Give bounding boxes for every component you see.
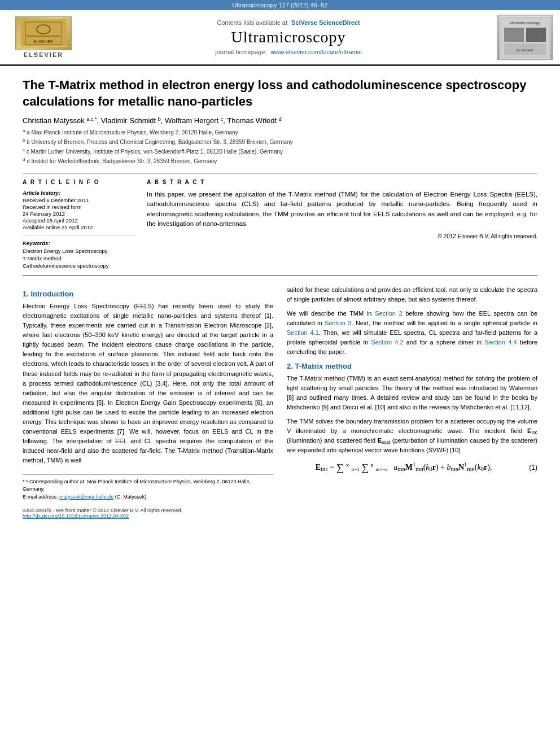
footnote-section: * * Corresponding author at: Max Planck … <box>23 474 273 501</box>
footnote-star: * * Corresponding author at: Max Planck … <box>23 478 273 493</box>
doi-line: http://dx.doi.org/10.1016/j.ultramic.201… <box>23 513 273 519</box>
journal-name: Ultramicroscopy <box>91 28 485 46</box>
section1-heading: 1. Introduction <box>23 290 273 298</box>
keyword-2: T-Matrix method <box>23 255 135 261</box>
section1-para2: We will describe the TMM in Section 2 be… <box>287 309 537 357</box>
contents-label: Contents lists available at <box>217 19 287 26</box>
affiliations: a a Max Planck Institute of Microstructu… <box>23 128 537 166</box>
keyword-3: Cathodoluminescence spectroscopy <box>23 263 135 269</box>
info-abstract-section: A R T I C L E I N F O Article history: R… <box>23 179 537 270</box>
email-suffix: (C. Matyssek). <box>115 494 148 500</box>
author-wriedt: Thomas Wriedt d <box>227 116 282 125</box>
footnote-star-symbol: * <box>23 479 25 484</box>
affil-b: b b University of Bremen, Process and Ch… <box>23 138 537 147</box>
homepage-line: journal homepage: www.elsevier.com/locat… <box>91 49 485 55</box>
footnote-email: E-mail address: matyssek@mpi-halle.de (C… <box>23 493 273 501</box>
footnote-corresponding: * Corresponding author at: Max Planck In… <box>23 479 251 492</box>
abstract-text: In this paper, we present the applicatio… <box>147 190 537 229</box>
email-link[interactable]: matyssek@mpi-halle.de <box>59 494 113 500</box>
journal-thumbnail: ultramicroscopy ELSEVIER <box>497 15 553 60</box>
equation-1: Einc = ∑ ∞ n=1 ∑ n m=−n amnM1mn(k0r) + b… <box>287 462 537 474</box>
issn-line: 0304-3991/$ - see front matter © 2012 El… <box>23 508 273 513</box>
affil-a: a a Max Planck Institute of Microstructu… <box>23 128 537 137</box>
received-date: Received 6 December 2011 <box>23 197 135 203</box>
section41-link[interactable]: Section 4.1 <box>287 329 319 336</box>
abstract-label: A B S T R A C T <box>147 179 537 185</box>
divider-top <box>23 173 537 173</box>
section42-link[interactable]: Section 4.2 <box>371 339 403 346</box>
svg-text:ELSEVIER: ELSEVIER <box>517 49 533 52</box>
article-title: The T-Matrix method in electron energy l… <box>23 77 537 110</box>
article-history: Article history: Received 6 December 201… <box>23 190 135 230</box>
svg-text:ELSEVIER: ELSEVIER <box>34 40 53 43</box>
doi-link[interactable]: http://dx.doi.org/10.1016/j.ultramic.201… <box>23 513 129 519</box>
section2-link[interactable]: Section 2 <box>375 310 403 317</box>
section2-heading: 2. T-Matrix method <box>287 362 537 370</box>
elsevier-text: ELSEVIER <box>24 51 63 58</box>
body-col-left: 1. Introduction Electron Energy Loss Spe… <box>23 285 273 519</box>
elsevier-logo-image: ELSEVIER <box>15 16 72 50</box>
equation-number: (1) <box>520 464 537 471</box>
email-label: E-mail address: <box>23 494 58 500</box>
svg-rect-1 <box>25 22 62 45</box>
bottom-copyright: 0304-3991/$ - see front matter © 2012 El… <box>23 508 273 519</box>
journal-header: ELSEVIER ELSEVIER Contents lists availab… <box>0 10 560 66</box>
sciverse-line: Contents lists available at SciVerse Sci… <box>91 19 485 26</box>
homepage-label: journal homepage: <box>215 49 266 55</box>
article-info-col: A R T I C L E I N F O Article history: R… <box>23 179 135 270</box>
revised-date: 24 February 2012 <box>23 211 135 217</box>
section1-para-continued: suited for these calculations and provid… <box>287 285 537 304</box>
svg-point-2 <box>37 25 50 34</box>
elsevier-logo: ELSEVIER ELSEVIER <box>7 16 80 58</box>
svg-rect-9 <box>526 28 546 42</box>
author-matyssek: Christian Matyssek a,c,* <box>23 116 97 125</box>
divider-keywords <box>23 235 135 235</box>
equation-text: Einc = ∑ ∞ n=1 ∑ n m=−n amnM1mn(k0r) + b… <box>316 463 492 471</box>
article-info-label: A R T I C L E I N F O <box>23 179 135 185</box>
received-revised-label: Received in revised form <box>23 204 135 210</box>
history-label: Article history: <box>23 190 135 196</box>
section44-link[interactable]: Section 4.4 <box>484 339 517 346</box>
keywords-section: Keywords: Electron Energy Loss Spectrosc… <box>23 240 135 269</box>
svg-rect-0 <box>21 19 66 47</box>
svg-text:ultramicroscopy: ultramicroscopy <box>510 21 541 25</box>
keywords-label: Keywords: <box>23 240 135 246</box>
keyword-1: Electron Energy Loss Spectroscopy <box>23 248 135 254</box>
author-hergert: Wolfram Hergert c <box>165 116 223 125</box>
author-schmidt: Vladimir Schmidt b <box>101 116 161 125</box>
available-date: Available online 21 April 2012 <box>23 224 135 230</box>
main-content: The T-Matrix method in electron energy l… <box>0 66 560 530</box>
journal-title-area: Contents lists available at SciVerse Sci… <box>80 19 497 55</box>
copyright-line: © 2012 Elsevier B.V. All rights reserved… <box>147 233 537 239</box>
section1-para1: Electron Energy Loss Spectroscopy (EELS)… <box>23 302 273 465</box>
abstract-col: A B S T R A C T In this paper, we presen… <box>147 179 537 270</box>
section3-link[interactable]: Section 3 <box>325 320 351 326</box>
divider-body <box>23 276 537 276</box>
homepage-url[interactable]: www.elsevier.com/locate/ultramic <box>270 49 361 55</box>
accepted-date: Accepted 15 April 2012 <box>23 217 135 224</box>
body-section: 1. Introduction Electron Energy Loss Spe… <box>23 285 537 519</box>
affil-c: c c Martin Luther University, Institute … <box>23 147 537 156</box>
svg-rect-8 <box>504 28 524 42</box>
affil-d: d d Institut für Werkstofftechnik, Badga… <box>23 157 537 166</box>
authors-line: Christian Matyssek a,c,*, Vladimir Schmi… <box>23 116 537 125</box>
section2-para1: The T-Matrix method (TMM) is an exact se… <box>287 374 537 412</box>
publisher-logo-area: ELSEVIER ELSEVIER <box>7 16 80 58</box>
equation-content: Einc = ∑ ∞ n=1 ∑ n m=−n amnM1mn(k0r) + b… <box>287 462 520 474</box>
journal-topbar: Ultramicroscopy 117 (2012) 46–52 <box>0 0 560 10</box>
journal-cover-image: ultramicroscopy ELSEVIER <box>497 15 553 59</box>
journal-citation: Ultramicroscopy 117 (2012) 46–52 <box>233 2 328 8</box>
section2-para2: The TMM solves the boundary-transmission… <box>287 417 537 455</box>
body-col-right: suited for these calculations and provid… <box>287 285 537 519</box>
sciverse-link[interactable]: SciVerse ScienceDirect <box>291 19 360 26</box>
